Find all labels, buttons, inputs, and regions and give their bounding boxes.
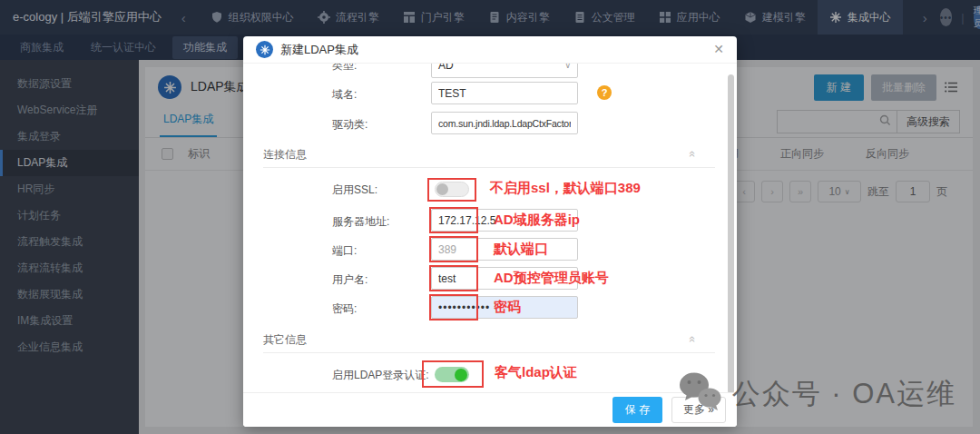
collapse-section-icon[interactable]: «	[686, 151, 700, 157]
driver-class-input[interactable]	[431, 112, 578, 134]
close-icon[interactable]: ✕	[713, 42, 724, 56]
modal-body: 类型: AD ∨ 域名: ? 驱动类: 连接信息 « 启用SSL: 不启用ssl…	[243, 64, 737, 427]
collapse-section-icon[interactable]: «	[686, 336, 700, 342]
help-icon[interactable]: ?	[597, 85, 612, 100]
app-window: e-cology | 后端引擎应用中心 ‹ 组织权限中心 流程引擎 门户引擎 内…	[0, 0, 980, 434]
ssl-label: 启用SSL:	[332, 182, 377, 198]
password-annotation: 密码	[494, 299, 521, 316]
domain-label: 域名:	[332, 87, 357, 103]
modal-footer: 保 存 更多 »	[243, 392, 737, 427]
modal-header: 新建LDAP集成 ✕	[243, 36, 737, 64]
ssl-annotation: 不启用ssl，默认端口389	[490, 180, 641, 197]
ssl-toggle[interactable]	[435, 182, 469, 197]
username-annotation: AD预控管理员账号	[494, 270, 609, 287]
server-address-label: 服务器地址:	[332, 214, 389, 230]
ldap-auth-toggle[interactable]	[435, 367, 469, 382]
type-select[interactable]: AD ∨	[431, 64, 578, 78]
new-ldap-modal: 新建LDAP集成 ✕ 类型: AD ∨ 域名: ? 驱动类: 连接信息 « 启用…	[243, 36, 737, 427]
driver-class-label: 驱动类:	[332, 117, 368, 133]
domain-input[interactable]	[431, 82, 578, 104]
more-button[interactable]: 更多 »	[671, 397, 726, 423]
section-connection-title: 连接信息	[263, 147, 307, 163]
modal-scrollbar[interactable]	[728, 74, 734, 394]
section-other-title: 其它信息	[263, 332, 307, 348]
port-annotation: 默认端口	[494, 241, 548, 258]
save-button[interactable]: 保 存	[612, 397, 662, 423]
server-annotation: AD域服务器ip	[494, 212, 580, 229]
chevron-down-icon: ∨	[564, 64, 571, 70]
port-label: 端口:	[332, 243, 357, 259]
password-label: 密码:	[332, 301, 357, 317]
ldap-badge-icon	[256, 41, 273, 58]
ldap-auth-label: 启用LDAP登录认证:	[332, 368, 429, 383]
type-select-value: AD	[438, 64, 454, 72]
username-label: 用户名:	[332, 272, 368, 288]
ldap-auth-annotation: 客气ldap认证	[495, 364, 577, 381]
type-label: 类型:	[332, 64, 357, 74]
modal-title: 新建LDAP集成	[280, 42, 358, 58]
